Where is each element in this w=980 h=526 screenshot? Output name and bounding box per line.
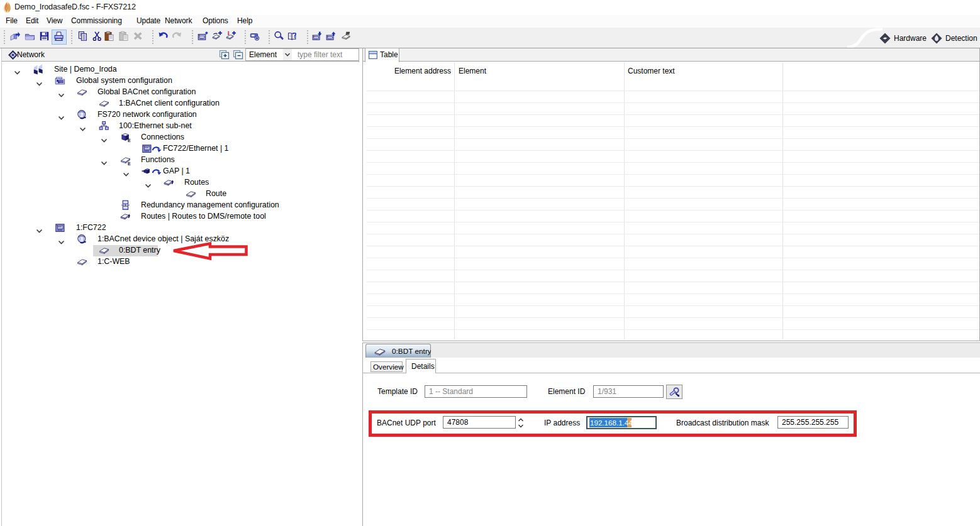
svg-text:E: E <box>128 138 131 143</box>
svg-text:E: E <box>128 162 131 165</box>
svg-text:?: ? <box>292 32 296 39</box>
